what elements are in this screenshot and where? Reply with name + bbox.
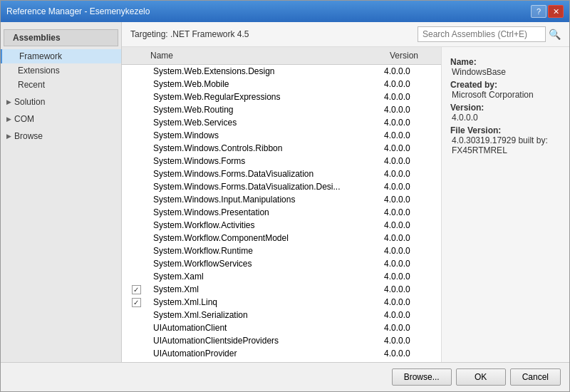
assembly-name: UIAutomationClient xyxy=(150,323,384,333)
chevron-right-icon3: ▶ xyxy=(6,133,11,140)
list-item[interactable]: System.Workflow.Activities4.0.0.0 xyxy=(122,219,441,232)
main-content: Assemblies Framework Extensions Recent ▶… xyxy=(1,22,569,362)
list-item[interactable]: System.Xml.Linq4.0.0.0 xyxy=(122,296,441,309)
detail-panel: Name: WindowsBase Created by: Microsoft … xyxy=(441,47,569,362)
assembly-version: 4.0.0.0 xyxy=(384,92,441,102)
assembly-name: System.WorkflowServices xyxy=(150,259,384,269)
sidebar-browse-header[interactable]: ▶ Browse xyxy=(1,129,121,143)
top-bar: Targeting: .NET Framework 4.5 🔍 xyxy=(122,22,569,47)
sidebar-assemblies-header[interactable]: Assemblies xyxy=(4,29,118,46)
sidebar-com-header[interactable]: ▶ COM xyxy=(1,112,121,126)
help-button[interactable]: ? xyxy=(531,5,546,18)
assembly-name: System.Web.RegularExpressions xyxy=(150,92,384,102)
title-bar-buttons: ? ✕ xyxy=(531,5,564,18)
detail-created-label: Created by: xyxy=(450,80,561,90)
sidebar-solution-header[interactable]: ▶ Solution xyxy=(1,95,121,109)
assembly-name: System.Windows.Input.Manipulations xyxy=(150,195,384,205)
list-container: Name Version System.Web.Extensions.Desig… xyxy=(122,47,441,362)
assembly-version: 4.0.0.0 xyxy=(384,259,441,269)
assembly-name: System.Windows.Forms.DataVisualization xyxy=(150,169,384,179)
list-item[interactable]: UIAutomationClient4.0.0.0 xyxy=(122,321,441,334)
version-column-header: Version xyxy=(384,49,441,62)
checkbox-col xyxy=(122,298,150,307)
assembly-version: 4.0.0.0 xyxy=(384,182,441,192)
assembly-version: 4.0.0.0 xyxy=(384,233,441,243)
list-item[interactable]: UIAutomationProvider4.0.0.0 xyxy=(122,347,441,360)
list-item[interactable]: System.Web.Routing4.0.0.0 xyxy=(122,103,441,116)
assembly-version: 4.0.0.0 xyxy=(384,79,441,89)
browse-button[interactable]: Browse... xyxy=(392,368,452,386)
main-area: Targeting: .NET Framework 4.5 🔍 Name Ver… xyxy=(122,22,569,362)
footer: Browse... OK Cancel xyxy=(1,362,569,391)
assembly-version: 4.0.0.0 xyxy=(384,220,441,230)
checkbox[interactable] xyxy=(132,285,141,294)
assembly-name: UIAutomationProvider xyxy=(150,349,384,359)
assembly-version: 4.0.0.0 xyxy=(384,246,441,256)
assembly-version: 4.0.0.0 xyxy=(384,143,441,153)
list-item[interactable]: System.WorkflowServices4.0.0.0 xyxy=(122,257,441,270)
assembly-name: System.Xml.Linq xyxy=(150,297,384,307)
detail-version-value: 4.0.0.0 xyxy=(452,113,561,123)
list-item[interactable]: System.Web.RegularExpressions4.0.0.0 xyxy=(122,91,441,103)
assembly-version: 4.0.0.0 xyxy=(384,195,441,205)
assembly-version: 4.0.0.0 xyxy=(384,323,441,333)
targeting-label: Targeting: .NET Framework 4.5 xyxy=(130,29,249,39)
assembly-list-area: Name Version System.Web.Extensions.Desig… xyxy=(122,47,569,362)
assembly-version: 4.0.0.0 xyxy=(384,66,441,76)
assembly-version: 4.0.0.0 xyxy=(384,297,441,307)
list-item[interactable]: System.Xml.Serialization4.0.0.0 xyxy=(122,309,441,321)
assembly-name: System.Xml.Serialization xyxy=(150,310,384,320)
list-item[interactable]: System.Windows.Forms.DataVisualization4.… xyxy=(122,167,441,180)
sidebar-item-recent[interactable]: Recent xyxy=(1,78,121,92)
assembly-name: System.Windows xyxy=(150,130,384,140)
assembly-version: 4.0.0.0 xyxy=(384,130,441,140)
assembly-name: System.Web.Routing xyxy=(150,105,384,115)
close-button[interactable]: ✕ xyxy=(548,5,564,18)
sidebar-com-group: ▶ COM xyxy=(1,112,121,126)
assembly-name: System.Web.Extensions.Design xyxy=(150,66,384,76)
list-item[interactable]: System.Windows.Presentation4.0.0.0 xyxy=(122,206,441,219)
list-item[interactable]: System.Web.Extensions.Design4.0.0.0 xyxy=(122,65,441,78)
list-item[interactable]: System.Windows.Controls.Ribbon4.0.0.0 xyxy=(122,142,441,155)
search-area: 🔍 xyxy=(418,26,561,42)
window-title: Reference Manager - Esemenykezelo xyxy=(6,6,150,16)
sidebar-browse-label: Browse xyxy=(14,131,43,141)
search-input[interactable] xyxy=(418,26,546,42)
assembly-version: 4.0.0.0 xyxy=(384,207,441,217)
assembly-version: 4.0.0.0 xyxy=(384,105,441,115)
assembly-name: System.Xml xyxy=(150,284,384,294)
cancel-button[interactable]: Cancel xyxy=(510,368,561,386)
assembly-version: 4.0.0.0 xyxy=(384,310,441,320)
list-item[interactable]: System.Windows.Forms.DataVisualization.D… xyxy=(122,180,441,193)
detail-name-label: Name: xyxy=(450,57,561,67)
assembly-name: System.Xaml xyxy=(150,272,384,282)
list-item[interactable]: System.Workflow.Runtime4.0.0.0 xyxy=(122,244,441,257)
list-item[interactable]: System.Xaml4.0.0.0 xyxy=(122,270,441,283)
assembly-list-body[interactable]: System.Web.Extensions.Design4.0.0.0Syste… xyxy=(122,65,441,362)
list-item[interactable]: System.Xml4.0.0.0 xyxy=(122,283,441,296)
checkbox[interactable] xyxy=(132,298,141,307)
assembly-name: UIAutomationClientsideProviders xyxy=(150,336,384,346)
assembly-name: System.Workflow.Activities xyxy=(150,220,384,230)
sidebar-item-extensions[interactable]: Extensions xyxy=(1,63,121,78)
search-icon[interactable]: 🔍 xyxy=(549,29,561,40)
sidebar-solution-group: ▶ Solution xyxy=(1,95,121,109)
list-item[interactable]: System.Web.Services4.0.0.0 xyxy=(122,116,441,129)
detail-file-version-value: 4.0.30319.17929 built by: FX45RTMREL xyxy=(452,135,561,155)
assembly-version: 4.0.0.0 xyxy=(384,118,441,128)
list-item[interactable]: System.Workflow.ComponentModel4.0.0.0 xyxy=(122,232,441,244)
sidebar-item-framework[interactable]: Framework xyxy=(1,49,121,63)
list-item[interactable]: System.Windows.Forms4.0.0.0 xyxy=(122,155,441,167)
checkbox-col xyxy=(122,285,150,294)
name-column-header: Name xyxy=(122,49,384,62)
title-bar: Reference Manager - Esemenykezelo ? ✕ xyxy=(1,1,569,22)
assembly-version: 4.0.0.0 xyxy=(384,349,441,359)
list-item[interactable]: System.Web.Mobile4.0.0.0 xyxy=(122,78,441,91)
list-item[interactable]: System.Windows4.0.0.0 xyxy=(122,129,441,142)
detail-name-value: WindowsBase xyxy=(452,67,561,77)
assembly-name: System.Windows.Forms xyxy=(150,156,384,166)
list-item[interactable]: System.Windows.Input.Manipulations4.0.0.… xyxy=(122,193,441,206)
list-item[interactable]: UIAutomationClientsideProviders4.0.0.0 xyxy=(122,334,441,347)
sidebar-framework-group: Framework Extensions Recent xyxy=(1,49,121,92)
ok-button[interactable]: OK xyxy=(456,368,506,386)
